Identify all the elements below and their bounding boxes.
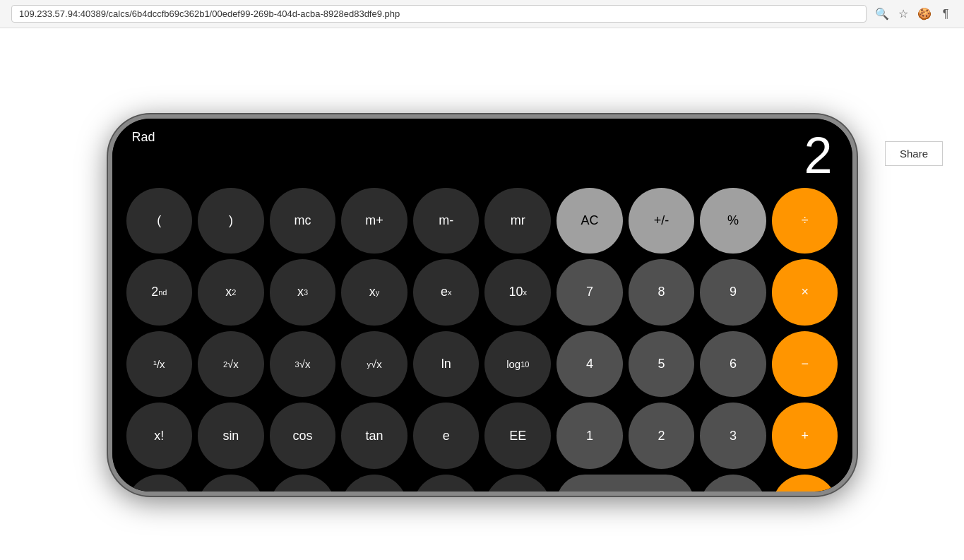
- 5-button[interactable]: 5: [629, 331, 695, 398]
- decimal-button[interactable]: .: [700, 475, 766, 496]
- mc-button[interactable]: mc: [270, 188, 336, 254]
- minus-button[interactable]: −: [772, 331, 838, 398]
- page-content: Share Rad 2 ( ) mc m+ m- mr AC +/- %: [0, 28, 964, 560]
- e-to-x-button[interactable]: ex: [413, 259, 480, 326]
- 6-button[interactable]: 6: [700, 331, 766, 398]
- multiply-button[interactable]: ×: [772, 259, 838, 326]
- phone-frame: Rad 2 ( ) mc m+ m- mr AC +/- % ÷ 2nd x2 …: [108, 114, 857, 496]
- ac-button[interactable]: AC: [557, 188, 623, 254]
- log10-button[interactable]: log10: [484, 331, 551, 398]
- equals-button[interactable]: =: [772, 475, 838, 496]
- calc-grid: ( ) mc m+ m- mr AC +/- % ÷ 2nd x2 x3 xy …: [126, 185, 838, 496]
- browser-bar: 109.233.57.94:40389/calcs/6b4dccfb69c362…: [0, 0, 964, 28]
- 2nd-button[interactable]: 2nd: [126, 259, 193, 326]
- calculator-screen: Rad 2 ( ) mc m+ m- mr AC +/- % ÷ 2nd x2 …: [112, 119, 852, 496]
- tanh-button[interactable]: tanh: [341, 475, 407, 496]
- 10-to-x-button[interactable]: 10x: [484, 259, 551, 326]
- 9-button[interactable]: 9: [700, 259, 766, 326]
- 7-button[interactable]: 7: [557, 259, 623, 326]
- e-button[interactable]: e: [413, 403, 480, 469]
- sqrt-button[interactable]: 2√x: [198, 331, 264, 398]
- share-button[interactable]: Share: [885, 141, 943, 166]
- 2-button[interactable]: 2: [629, 403, 695, 469]
- divide-button[interactable]: ÷: [772, 188, 838, 254]
- 0-button[interactable]: 0: [557, 475, 694, 496]
- 4-button[interactable]: 4: [557, 331, 623, 398]
- sin-button[interactable]: sin: [198, 403, 264, 469]
- y-root-button[interactable]: y√x: [341, 331, 407, 398]
- ee-button[interactable]: EE: [484, 403, 551, 469]
- cos-button[interactable]: cos: [270, 403, 336, 469]
- plus-button[interactable]: +: [772, 403, 838, 469]
- x-cubed-button[interactable]: x3: [270, 259, 336, 326]
- calc-mode[interactable]: Rad: [132, 130, 155, 145]
- tan-button[interactable]: tan: [341, 403, 407, 469]
- 8-button[interactable]: 8: [629, 259, 695, 326]
- factorial-button[interactable]: x!: [126, 403, 193, 469]
- menu-icon[interactable]: ¶: [939, 7, 953, 21]
- calc-result: 2: [804, 130, 832, 181]
- calc-display: Rad 2: [126, 126, 838, 185]
- volume-button: [108, 203, 109, 239]
- cube-root-button[interactable]: 3√x: [270, 331, 336, 398]
- cookie-icon: 🍪: [917, 7, 932, 21]
- url-bar[interactable]: 109.233.57.94:40389/calcs/6b4dccfb69c362…: [11, 5, 867, 23]
- browser-icons: 🔍 ☆ 🍪 ¶: [875, 7, 953, 21]
- mr-button[interactable]: mr: [484, 188, 551, 254]
- search-icon[interactable]: 🔍: [875, 7, 889, 21]
- x-squared-button[interactable]: x2: [198, 259, 264, 326]
- paren-close-button[interactable]: ): [198, 188, 264, 254]
- sinh-button[interactable]: sinh: [198, 475, 264, 496]
- deg-button[interactable]: Deg: [126, 475, 193, 496]
- reciprocal-button[interactable]: ¹/x: [126, 331, 193, 398]
- rand-button[interactable]: Rand: [484, 475, 551, 496]
- paren-open-button[interactable]: (: [126, 188, 193, 254]
- pi-button[interactable]: π: [413, 475, 480, 496]
- star-icon[interactable]: ☆: [896, 7, 910, 21]
- m-plus-button[interactable]: m+: [341, 188, 407, 254]
- power-button: [856, 232, 857, 281]
- x-to-y-button[interactable]: xy: [341, 259, 407, 326]
- 3-button[interactable]: 3: [700, 403, 766, 469]
- cosh-button[interactable]: cosh: [270, 475, 336, 496]
- percent-button[interactable]: %: [700, 188, 766, 254]
- m-minus-button[interactable]: m-: [413, 188, 480, 254]
- plus-minus-button[interactable]: +/-: [629, 188, 695, 254]
- 1-button[interactable]: 1: [557, 403, 623, 469]
- ln-button[interactable]: ln: [413, 331, 480, 398]
